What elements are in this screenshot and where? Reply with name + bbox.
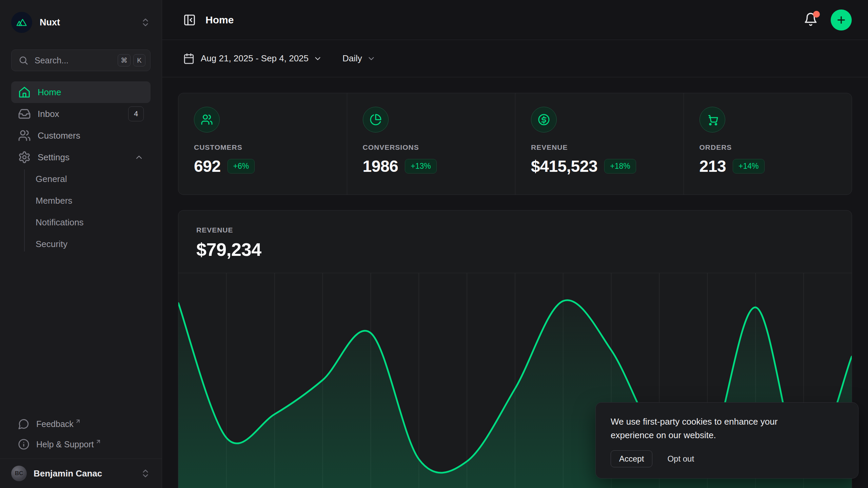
info-circle-icon	[18, 439, 29, 450]
chevron-up-icon	[134, 152, 144, 162]
cookie-accept-button[interactable]: Accept	[611, 450, 652, 467]
stat-value: 213	[699, 157, 726, 176]
stat-customers[interactable]: CUSTOMERS 692 +6%	[178, 93, 347, 195]
chevrons-up-down-icon	[140, 468, 151, 479]
stat-label: CUSTOMERS	[194, 143, 331, 151]
stat-delta-badge: +6%	[228, 159, 255, 174]
sidebar-nav: Home Inbox 4 Customers	[11, 81, 151, 255]
dollar-circle-icon	[531, 107, 557, 133]
external-link-icon	[95, 439, 101, 445]
shopping-cart-icon	[699, 107, 725, 133]
app-root: Nuxt ⌘ K	[0, 0, 868, 488]
cookie-banner: We use first-party cookies to enhance yo…	[595, 402, 859, 479]
sidebar-subitem-general[interactable]: General	[11, 168, 151, 190]
search-icon	[18, 55, 28, 65]
home-icon	[18, 86, 31, 99]
chevron-down-icon	[367, 54, 376, 63]
stat-label: ORDERS	[699, 143, 836, 151]
users-icon	[194, 107, 220, 133]
workspace-name: Nuxt	[40, 17, 60, 28]
sidebar-item-label: Inbox	[38, 109, 59, 119]
cookie-message: We use first-party cookies to enhance yo…	[611, 415, 807, 442]
inbox-icon	[18, 107, 31, 120]
search-box[interactable]: ⌘ K	[11, 49, 151, 71]
avatar: BC	[11, 466, 27, 481]
sidebar: Nuxt ⌘ K	[0, 0, 162, 488]
sidebar-item-customers[interactable]: Customers	[11, 125, 151, 146]
cookie-optout-button[interactable]: Opt out	[667, 454, 694, 464]
sidebar-item-inbox[interactable]: Inbox 4	[11, 103, 151, 125]
stats-panel: CUSTOMERS 692 +6% CONVERSIONS 1986	[178, 93, 852, 195]
add-button[interactable]	[831, 9, 852, 30]
collapse-sidebar-button[interactable]	[183, 14, 196, 26]
users-icon	[18, 129, 31, 142]
help-support-link[interactable]: Help & Support	[11, 434, 151, 454]
sidebar-item-label: Customers	[38, 130, 80, 141]
stat-label: REVENUE	[531, 143, 668, 151]
sidebar-footer: Feedback Help & Support	[11, 414, 151, 454]
plus-icon	[836, 15, 847, 25]
pie-chart-icon	[363, 107, 389, 133]
filters-toolbar: Aug 21, 2025 - Sep 4, 2025 Daily	[162, 40, 868, 77]
sidebar-item-settings[interactable]: Settings	[11, 146, 151, 168]
stat-label: CONVERSIONS	[363, 143, 500, 151]
sidebar-subitem-notifications[interactable]: Notifications	[11, 211, 151, 233]
date-range-picker[interactable]: Aug 21, 2025 - Sep 4, 2025	[183, 53, 322, 64]
workspace-switcher[interactable]: Nuxt	[11, 10, 151, 35]
chat-bubble-icon	[18, 418, 29, 430]
feedback-link[interactable]: Feedback	[11, 414, 151, 434]
revenue-total: $79,234	[196, 239, 834, 260]
gear-icon	[18, 151, 31, 164]
external-link-icon	[75, 418, 81, 424]
settings-sub-list: General Members Notifications Security	[11, 168, 151, 255]
stat-value: 692	[194, 157, 221, 176]
stat-orders[interactable]: ORDERS 213 +14%	[684, 93, 852, 195]
revenue-chart-header: REVENUE $79,234	[178, 210, 852, 273]
stat-delta-badge: +18%	[604, 159, 636, 174]
page-title: Home	[205, 14, 234, 26]
stat-delta-badge: +13%	[405, 159, 436, 174]
date-range-label: Aug 21, 2025 - Sep 4, 2025	[201, 53, 309, 64]
sidebar-item-label: Home	[38, 87, 61, 98]
kbd-cmd: ⌘	[118, 54, 131, 66]
nuxt-logo-icon	[11, 12, 32, 33]
sidebar-item-home[interactable]: Home	[11, 81, 151, 103]
granularity-select[interactable]: Daily	[342, 53, 376, 64]
granularity-label: Daily	[342, 53, 362, 64]
sidebar-subitem-security[interactable]: Security	[11, 233, 151, 255]
chevron-down-icon	[313, 54, 322, 63]
notification-dot	[813, 11, 820, 18]
kbd-k: K	[133, 54, 145, 66]
top-header: Home	[162, 0, 868, 40]
revenue-label: REVENUE	[196, 226, 834, 234]
stat-delta-badge: +14%	[733, 159, 764, 174]
stat-value: 1986	[363, 157, 398, 176]
notifications-button[interactable]	[804, 12, 818, 28]
sidebar-subitem-members[interactable]: Members	[11, 190, 151, 211]
inbox-count-badge: 4	[128, 106, 144, 121]
stat-revenue[interactable]: REVENUE $415,523 +18%	[515, 93, 684, 195]
search-input[interactable]	[35, 56, 115, 65]
stat-conversions[interactable]: CONVERSIONS 1986 +13%	[347, 93, 515, 195]
chevrons-up-down-icon	[140, 17, 151, 27]
user-name: Benjamin Canac	[34, 468, 102, 479]
stat-value: $415,523	[531, 157, 597, 176]
help-support-label: Help & Support	[36, 440, 94, 449]
feedback-label: Feedback	[36, 419, 74, 429]
calendar-icon	[183, 53, 195, 64]
user-menu[interactable]: BC Benjamin Canac	[0, 459, 162, 488]
sidebar-item-label: Settings	[38, 152, 70, 163]
